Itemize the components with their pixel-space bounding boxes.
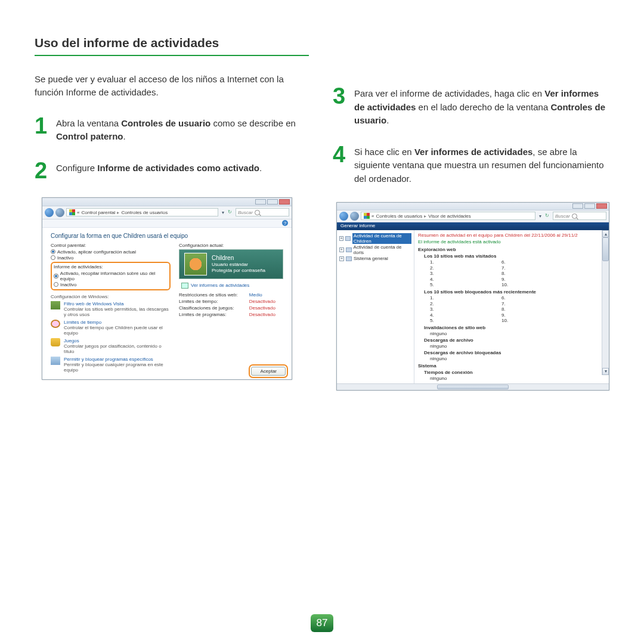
webfilter-icon <box>51 301 60 309</box>
screenshot-activity-viewer: « Controles de usuarios Visor de activid… <box>336 202 609 391</box>
summary-text: Resumen de actividad en el equipo para C… <box>418 233 605 238</box>
report-icon <box>181 283 188 289</box>
radio-parental-off[interactable]: Inactivo <box>51 255 171 261</box>
tree-item[interactable]: +Actividad de cuenta de Children <box>339 233 411 244</box>
minimize-button[interactable] <box>255 199 266 205</box>
step-text: Configure Informe de actividades como ac… <box>56 160 262 181</box>
back-button[interactable] <box>339 212 348 221</box>
step-number: 2 <box>35 160 51 181</box>
maximize-button[interactable] <box>584 203 595 209</box>
shield-icon <box>69 209 75 215</box>
search-input[interactable]: Buscar <box>236 208 289 216</box>
toolbar: ? <box>42 219 292 228</box>
tree-pane: +Actividad de cuenta de Children +Activi… <box>337 230 414 383</box>
step-text: Para ver el informe de actividades, haga… <box>354 86 609 128</box>
report-label: Informe de actividades: <box>54 264 168 270</box>
winconfig-label: Configuración de Windows: <box>51 294 171 299</box>
section-title: Uso del informe de actividades <box>35 36 309 56</box>
window-titlebar <box>337 203 609 210</box>
tree-item[interactable]: +Sistema general <box>339 256 411 261</box>
top10-list: 1.2.3.4.5. 6.7.8.9.10. <box>430 259 605 288</box>
parental-label: Control parental: <box>51 243 171 248</box>
vertical-scrollbar[interactable]: ▴ ▾ <box>602 230 609 375</box>
programs-icon <box>51 357 60 365</box>
radio-parental-on[interactable]: Activado, aplicar configuración actual <box>51 249 171 255</box>
nav-bar: « Control parental Controles de usuarios… <box>42 206 292 219</box>
nav-bar: « Controles de usuarios Visor de activid… <box>337 210 609 222</box>
close-button[interactable] <box>279 199 290 205</box>
timelimit-link[interactable]: Límites de tiempo <box>64 320 171 325</box>
tree-item[interactable]: +Actividad de cuenta de doris <box>339 244 411 255</box>
help-icon[interactable]: ? <box>282 220 288 226</box>
search-icon <box>255 210 260 215</box>
forward-button[interactable] <box>350 212 359 221</box>
webfilter-link[interactable]: Filtro web de Windows Vista <box>64 301 171 306</box>
page-number: 87 <box>311 614 333 632</box>
step-1: 1 Abra la ventana Controles de usuario c… <box>35 116 309 144</box>
window-titlebar <box>42 198 292 206</box>
radio-report-off[interactable]: Inactivo <box>54 282 168 287</box>
screenshot-parental-controls: « Control parental Controles de usuarios… <box>42 197 292 380</box>
radio-report-on[interactable]: Activado, recopilar información sobre us… <box>54 271 168 281</box>
step-number: 3 <box>333 86 349 128</box>
accept-button[interactable]: Aceptar <box>251 367 286 376</box>
forward-button[interactable] <box>55 208 64 217</box>
section-web: Exploración web <box>418 247 605 252</box>
current-config-label: Configuración actual: <box>179 243 283 248</box>
shield-icon <box>364 213 370 219</box>
user-card: Children Usuario estándar Protegida por … <box>179 249 283 279</box>
step-text: Abra la ventana Controles de usuario com… <box>56 116 309 144</box>
highlight-report-section: Informe de actividades: Activado, recopi… <box>51 262 171 290</box>
config-heading: Configurar la forma en que Children usar… <box>51 233 283 239</box>
programs-link[interactable]: Permitir y bloquear programas específico… <box>64 357 171 362</box>
step-4: 4 Si hace clic en Ver informes de activi… <box>333 144 609 186</box>
step-text: Si hace clic en Ver informes de activida… <box>354 144 609 186</box>
avatar <box>184 253 207 275</box>
step-number: 4 <box>333 144 349 186</box>
view-reports-link[interactable]: Ver informes de actividades <box>179 283 283 289</box>
generate-report-menu[interactable]: Generar informe <box>340 223 375 228</box>
intro-text: Se puede ver y evaluar el acceso de los … <box>35 73 309 99</box>
search-icon <box>572 213 577 219</box>
report-pane: Resumen de actividad en el equipo para C… <box>414 230 609 383</box>
breadcrumb[interactable]: « Control parental Controles de usuarios <box>66 208 218 216</box>
section-system: Sistema <box>418 363 605 369</box>
timelimit-icon <box>51 320 60 328</box>
games-icon <box>51 338 60 346</box>
horizontal-scrollbar[interactable] <box>337 383 609 390</box>
maximize-button[interactable] <box>267 199 278 205</box>
step-3: 3 Para ver el informe de actividades, ha… <box>333 86 609 128</box>
refresh-icon[interactable]: ↻ <box>545 213 551 219</box>
games-link[interactable]: Juegos <box>64 338 171 343</box>
menubar: Generar informe <box>337 222 609 230</box>
search-input[interactable]: Buscar <box>553 212 606 220</box>
status-text: El informe de actividades está activado <box>418 239 605 244</box>
step-number: 1 <box>35 116 51 144</box>
back-button[interactable] <box>45 208 54 217</box>
breadcrumb[interactable]: « Controles de usuarios Visor de activid… <box>361 212 535 220</box>
top10-blocked-list: 1.2.3.4.5. 6.7.8.9.10. <box>430 295 605 324</box>
minimize-button[interactable] <box>572 203 583 209</box>
close-button[interactable] <box>596 203 607 209</box>
step-2: 2 Configure Informe de actividades como … <box>35 160 309 181</box>
refresh-icon[interactable]: ↻ <box>228 209 234 215</box>
